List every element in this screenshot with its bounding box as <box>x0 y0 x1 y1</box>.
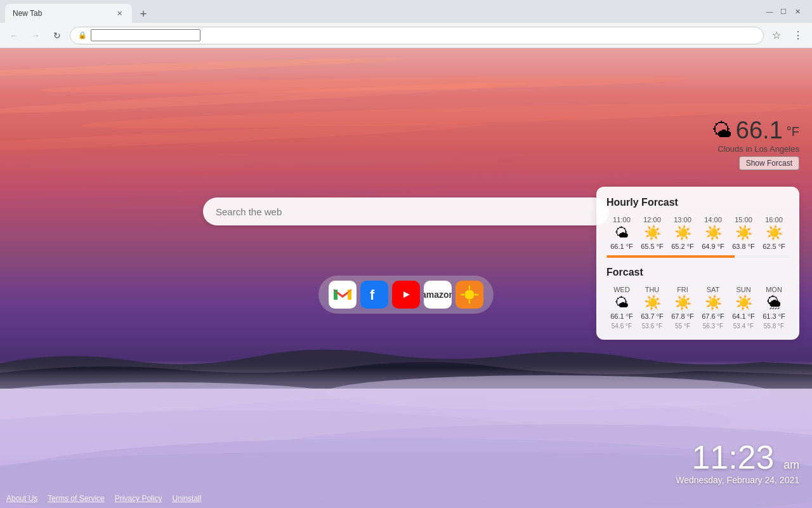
amazon-label: amazon <box>424 290 452 300</box>
star-icon: ☆ <box>772 29 781 41</box>
hourly-cell: 16:00 ☀️ 62.5 °F <box>759 216 789 250</box>
tab-strip: New Tab ✕ + <box>5 0 152 23</box>
maximize-button[interactable]: ☐ <box>779 7 788 16</box>
gmail-icon[interactable] <box>329 281 357 309</box>
bookmark-button[interactable]: ☆ <box>768 27 785 44</box>
clock-ampm: am <box>783 458 799 471</box>
reload-button[interactable]: ↻ <box>48 27 66 44</box>
tab-label: New Tab <box>13 9 42 18</box>
window-controls: — ☐ ✕ <box>765 7 807 16</box>
lock-icon: 🔒 <box>78 31 87 39</box>
forward-button[interactable]: → <box>27 27 44 44</box>
weather-current-icon: 🌤 <box>712 119 732 142</box>
youtube-icon[interactable] <box>392 281 420 309</box>
hourly-cell: 14:00 ☀️ 64.9 °F <box>698 216 728 250</box>
browser-chrome: New Tab ✕ + — ☐ ✕ ← → ↻ <box>0 0 812 48</box>
clouds-layer <box>0 368 812 508</box>
daily-cell: FRI ☀️ 67.8 °F 55 °F <box>667 286 698 330</box>
hourly-forecast-title: Hourly Forcast <box>606 197 789 208</box>
address-bar-row: ← → ↻ 🔒 ☆ ⋮ <box>0 23 812 48</box>
hourly-cell: 11:00 🌤 66.1 °F <box>606 216 637 250</box>
menu-icon: ⋮ <box>793 29 803 41</box>
browser-menu-button[interactable]: ⋮ <box>789 27 807 44</box>
svg-point-6 <box>464 290 475 300</box>
new-tab-icon: + <box>140 8 147 21</box>
privacy-link[interactable]: Privacy Policy <box>115 494 162 503</box>
forecast-panel: Hourly Forcast 11:00 🌤 66.1 °F 12:00 ☀️ … <box>596 187 799 340</box>
page-content: f amazon 🌤 66.1 <box>0 48 812 508</box>
weather-temperature: 66.1 <box>736 117 783 144</box>
minimize-button[interactable]: — <box>765 7 774 16</box>
amazon-icon[interactable]: amazon <box>424 281 452 309</box>
address-bar[interactable]: 🔒 <box>70 27 764 44</box>
progress-bar <box>606 255 789 258</box>
svg-text:f: f <box>370 287 375 303</box>
about-us-link[interactable]: About Us <box>6 494 37 503</box>
reload-icon: ↻ <box>53 30 61 41</box>
hourly-cell: 13:00 ☀️ 65.2 °F <box>667 216 698 250</box>
back-icon: ← <box>10 30 18 41</box>
facebook-icon[interactable]: f <box>360 281 388 309</box>
clock-time: 11:23 am <box>676 441 799 474</box>
active-tab[interactable]: New Tab ✕ <box>5 4 132 23</box>
address-input[interactable] <box>91 29 200 41</box>
tab-close-button[interactable]: ✕ <box>114 8 124 18</box>
title-bar: New Tab ✕ + — ☐ ✕ <box>0 0 812 23</box>
search-input[interactable] <box>216 206 596 217</box>
weather-description: Clouds in Los Angeles <box>712 144 799 154</box>
daily-cell: THU ☀️ 63.7 °F 53.6 °F <box>637 286 667 330</box>
app-icons-bar: f amazon <box>318 276 494 314</box>
weather-app-icon[interactable] <box>455 281 483 309</box>
minimize-icon: — <box>766 8 773 15</box>
hourly-grid: 11:00 🌤 66.1 °F 12:00 ☀️ 65.5 °F 13:00 ☀… <box>606 216 789 250</box>
maximize-icon: ☐ <box>780 8 787 16</box>
page-footer: About Us Terms of Service Privacy Policy… <box>6 494 201 503</box>
forward-icon: → <box>31 30 40 41</box>
daily-cell: WED 🌤 66.1 °F 54.6 °F <box>606 286 637 330</box>
close-button[interactable]: ✕ <box>793 7 802 16</box>
new-tab-button[interactable]: + <box>134 5 152 23</box>
terms-link[interactable]: Terms of Service <box>48 494 104 503</box>
hourly-cell: 15:00 ☀️ 63.8 °F <box>728 216 759 250</box>
daily-cell: SUN ☀️ 64.1 °F 53.4 °F <box>728 286 759 330</box>
daily-cell: MON 🌦 61.3 °F 55.8 °F <box>759 286 789 330</box>
uninstall-link[interactable]: Uninstall <box>172 494 201 503</box>
clock-display: 11:23 am Wednesday, February 24, 2021 <box>676 441 799 485</box>
clock-date: Wednesday, February 24, 2021 <box>676 475 799 485</box>
hourly-cell: 12:00 ☀️ 65.5 °F <box>637 216 667 250</box>
weather-unit: °F <box>787 124 799 139</box>
close-icon: ✕ <box>795 8 801 16</box>
search-container <box>203 197 609 225</box>
weather-top-display: 🌤 66.1 °F Clouds in Los Angeles Show For… <box>712 117 799 170</box>
search-bar[interactable] <box>203 197 609 225</box>
daily-cell: SAT ☀️ 67.6 °F 56.3 °F <box>698 286 728 330</box>
daily-forecast-title: Forcast <box>606 267 789 278</box>
back-button[interactable]: ← <box>5 27 23 44</box>
daily-grid: WED 🌤 66.1 °F 54.6 °F THU ☀️ 63.7 °F 53.… <box>606 286 789 330</box>
show-forecast-button[interactable]: Show Forcast <box>739 156 799 170</box>
